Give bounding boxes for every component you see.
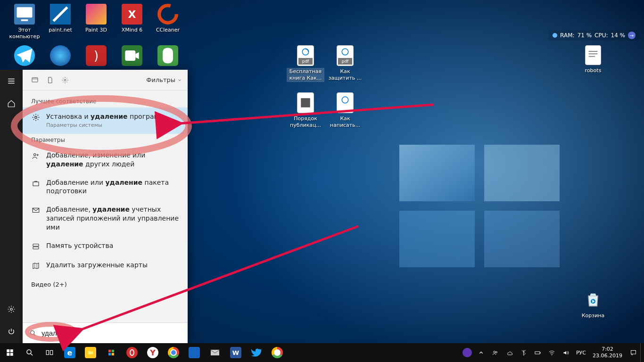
result-delete-maps[interactable]: Удалить загруженные карты <box>23 256 188 275</box>
search-panel-tabs: Фильтры <box>23 70 188 90</box>
svg-point-33 <box>496 351 497 353</box>
result-app-accounts[interactable]: Добавление, удаление учетных записей при… <box>23 200 188 237</box>
desktop-icon-camtasia[interactable] <box>114 45 150 68</box>
desktop-icon-app[interactable] <box>42 45 78 68</box>
chevron-down-icon <box>177 78 182 82</box>
people-icon <box>31 151 41 161</box>
desktop-icon-paintnet[interactable]: paint.net <box>42 4 78 34</box>
desktop-file-doc2[interactable]: Как написать... <box>326 92 364 129</box>
search-box[interactable] <box>23 322 188 343</box>
taskbar-app-chrome2[interactable] <box>267 343 288 362</box>
svg-rect-1 <box>21 19 28 21</box>
storage-icon <box>31 242 41 251</box>
task-view-button[interactable] <box>40 343 59 362</box>
taskbar: e Y W РУС 7:02 23.06.2019 <box>0 343 644 362</box>
tray-volume[interactable] <box>559 343 573 362</box>
search-button[interactable] <box>20 343 40 362</box>
svg-point-8 <box>342 97 348 103</box>
rail-power-button[interactable] <box>0 321 23 343</box>
result-add-remove-users[interactable]: Добавление, изменение или удаление други… <box>23 146 188 173</box>
recycle-bin-label: Корзина <box>575 312 611 320</box>
svg-rect-0 <box>17 7 33 17</box>
tab-documents-icon[interactable] <box>43 74 57 87</box>
desktop-icon-xmind[interactable]: X XMind 6 <box>114 4 150 34</box>
rail-settings-button[interactable] <box>0 298 23 321</box>
rail-home-button[interactable] <box>0 92 23 115</box>
result-text: Память устройства <box>46 241 179 250</box>
rail-expand-button[interactable] <box>0 70 23 92</box>
desktop-file-robots[interactable]: robots <box>575 45 611 74</box>
filters-dropdown[interactable]: Фильтры <box>146 76 182 83</box>
desktop-icon-app2[interactable]: ) <box>78 45 114 68</box>
taskbar-app-explorer[interactable] <box>80 343 101 362</box>
taskbar-app-store[interactable] <box>101 343 122 362</box>
performance-widget[interactable]: RAM: 71 % CPU: 14 % → <box>549 30 639 41</box>
perf-expand-icon[interactable]: → <box>628 32 636 39</box>
tab-settings-icon[interactable] <box>58 74 72 87</box>
taskbar-app-twitter[interactable] <box>246 343 267 362</box>
svg-rect-7 <box>301 98 310 107</box>
ram-value: 71 % <box>578 32 592 39</box>
desktop-recycle-bin[interactable]: Корзина <box>575 289 611 320</box>
svg-point-3 <box>159 6 177 23</box>
tray-onedrive[interactable] <box>503 343 517 362</box>
svg-point-32 <box>494 351 495 353</box>
tray-notifications[interactable] <box>626 343 640 362</box>
result-install-remove-programs[interactable]: Установка и удаление программ Параметры … <box>23 107 188 134</box>
taskbar-app-chrome[interactable] <box>163 343 184 362</box>
svg-point-13 <box>35 116 37 119</box>
desktop-file-label: Как защитить ... <box>326 68 364 82</box>
desktop-icon-this-pc[interactable]: Этоткомпьютер <box>7 4 42 41</box>
svg-rect-29 <box>108 353 111 355</box>
desktop-icon-ccleaner[interactable]: CCleaner <box>150 4 186 34</box>
result-provisioning-package[interactable]: Добавление или удаление пакета подготовк… <box>23 173 188 201</box>
taskbar-app-paint[interactable] <box>184 343 205 362</box>
svg-rect-11 <box>32 77 38 82</box>
section-parameters: Параметры <box>23 134 188 146</box>
desktop-file-pdf2[interactable]: pdf Как защитить ... <box>326 45 364 82</box>
result-text: Добавление, удаление учетных записей при… <box>46 205 179 232</box>
svg-rect-30 <box>112 353 114 355</box>
tray-bluetooth[interactable] <box>517 343 531 362</box>
desktop-file-label: robots <box>575 67 611 74</box>
section-video: Видео (2+) <box>23 275 188 294</box>
desktop-file-doc1[interactable]: Порядок публикац... <box>287 92 324 129</box>
desktop-icon-paint3d[interactable]: Paint 3D <box>78 4 114 34</box>
svg-rect-21 <box>10 349 13 352</box>
search-results-panel: Фильтры Лучшее соответствие Установка и … <box>23 70 188 343</box>
cpu-label: CPU: <box>594 32 608 39</box>
svg-point-19 <box>31 330 34 334</box>
tab-apps-icon[interactable] <box>28 74 41 87</box>
search-input[interactable] <box>41 329 181 337</box>
show-desktop-button[interactable] <box>640 343 644 362</box>
desktop-file-label: Порядок публикац... <box>287 115 324 129</box>
result-text: Добавление, изменение или удаление други… <box>46 151 179 169</box>
start-button[interactable] <box>0 343 20 362</box>
result-device-storage[interactable]: Память устройства <box>23 237 188 256</box>
svg-rect-26 <box>50 351 53 355</box>
svg-rect-15 <box>33 182 39 186</box>
tray-overflow[interactable] <box>474 343 488 362</box>
taskbar-app-yandex[interactable]: Y <box>142 343 163 362</box>
taskbar-app-opera[interactable] <box>122 343 142 362</box>
svg-point-12 <box>64 79 66 81</box>
result-text: Добавление или удаление пакета подготовк… <box>46 178 179 196</box>
taskbar-app-mail[interactable] <box>205 343 225 362</box>
tray-people[interactable] <box>488 343 503 362</box>
taskbar-app-word[interactable]: W <box>225 343 246 362</box>
desktop-icon-evernote[interactable] <box>150 45 186 68</box>
tray-language[interactable]: РУС <box>573 350 589 356</box>
result-subtitle: Параметры системы <box>46 122 179 129</box>
gear-icon <box>31 113 41 122</box>
desktop-file-pdf1[interactable]: pdf Бесплатная книга Как... <box>287 45 324 82</box>
svg-rect-34 <box>535 352 540 354</box>
svg-point-24 <box>27 350 31 354</box>
tray-wifi[interactable] <box>545 343 559 362</box>
svg-rect-28 <box>112 350 114 352</box>
svg-point-10 <box>10 308 13 311</box>
desktop-icon-telegram[interactable] <box>7 45 42 68</box>
tray-battery[interactable] <box>531 343 545 362</box>
tray-alice[interactable] <box>460 343 474 362</box>
taskbar-app-edge[interactable]: e <box>59 343 80 362</box>
tray-clock[interactable]: 7:02 23.06.2019 <box>589 346 626 359</box>
